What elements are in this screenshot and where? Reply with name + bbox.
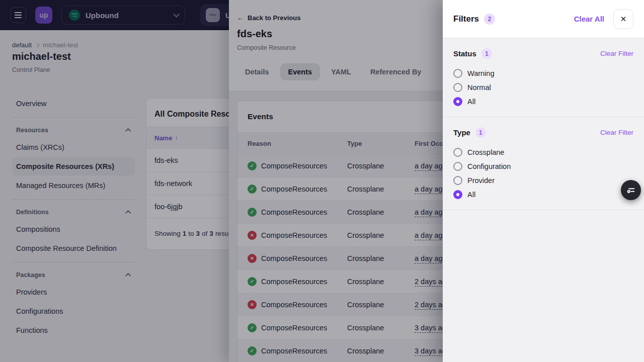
filters-title: Filters bbox=[453, 14, 479, 24]
radio-label: Provider bbox=[467, 176, 495, 185]
radio-label: All bbox=[467, 98, 475, 106]
radio-icon[interactable] bbox=[453, 162, 462, 171]
radio-icon[interactable] bbox=[453, 190, 462, 199]
radio-label: All bbox=[467, 191, 475, 199]
clear-filter-button[interactable]: Clear Filter bbox=[600, 129, 633, 136]
close-icon: ✕ bbox=[620, 15, 627, 24]
radio-option[interactable]: Warning bbox=[453, 66, 633, 80]
radio-option[interactable]: Crossplane bbox=[453, 145, 633, 159]
close-button[interactable]: ✕ bbox=[613, 9, 633, 29]
app-root: up Upbound U default michael-test michae… bbox=[0, 0, 644, 362]
filters-count-badge: 2 bbox=[484, 14, 495, 25]
filter-list-icon bbox=[625, 185, 636, 196]
radio-icon[interactable] bbox=[453, 176, 462, 185]
radio-icon[interactable] bbox=[453, 97, 462, 106]
radio-icon[interactable] bbox=[453, 83, 462, 92]
clear-filter-button[interactable]: Clear Filter bbox=[600, 50, 633, 57]
radio-label: Normal bbox=[467, 83, 491, 92]
radio-label: Crossplane bbox=[467, 148, 504, 156]
radio-option[interactable]: Normal bbox=[453, 80, 633, 95]
filter-section-title: Type bbox=[453, 128, 470, 137]
radio-icon[interactable] bbox=[453, 148, 462, 157]
radio-option[interactable]: All bbox=[453, 95, 633, 109]
filter-section: Status 1 Clear Filter Warning bbox=[443, 38, 644, 117]
filters-drawer: Filters 2 Clear All ✕ Status 1 Clear Fil… bbox=[443, 0, 644, 362]
clear-all-button[interactable]: Clear All bbox=[574, 15, 604, 23]
filter-count-badge: 1 bbox=[475, 127, 486, 138]
filter-count-badge: 1 bbox=[481, 48, 492, 59]
filters-drawer-header: Filters 2 Clear All ✕ bbox=[443, 0, 644, 38]
radio-option[interactable]: All bbox=[453, 188, 633, 202]
filter-fab-button[interactable] bbox=[621, 180, 641, 200]
radio-label: Configuration bbox=[467, 162, 511, 170]
filter-section-title: Status bbox=[453, 49, 476, 58]
radio-icon[interactable] bbox=[453, 69, 462, 78]
radio-label: Warning bbox=[467, 69, 494, 77]
filter-section: Type 1 Clear Filter Crossplane bbox=[443, 117, 644, 210]
radio-option[interactable]: Configuration bbox=[453, 159, 633, 173]
radio-option[interactable]: Provider bbox=[453, 173, 633, 188]
